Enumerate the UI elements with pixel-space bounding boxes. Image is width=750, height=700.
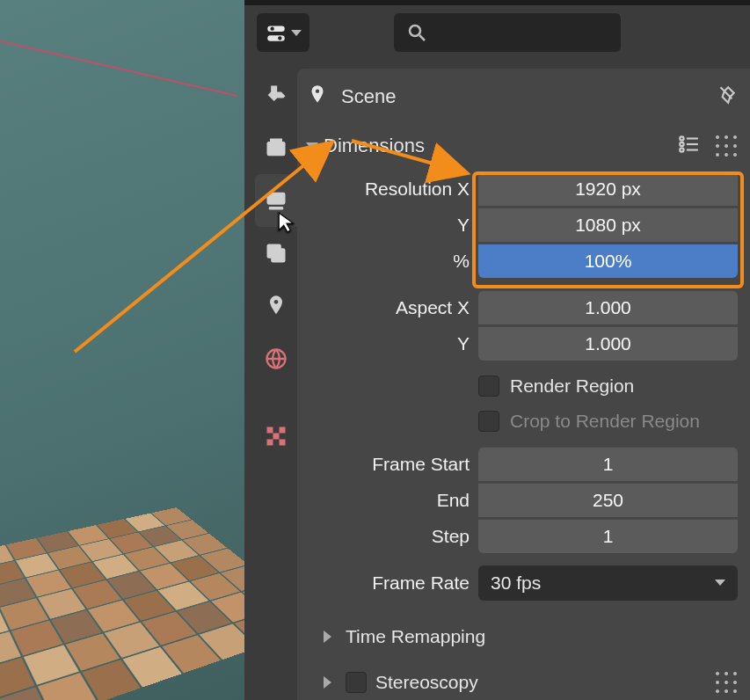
input-frame-end[interactable]: 250 <box>478 483 738 517</box>
tab-viewlayer[interactable] <box>255 227 297 280</box>
drag-handle-icon[interactable] <box>716 135 738 157</box>
section-dimensions-header[interactable]: Dimensions <box>306 128 738 164</box>
tab-world[interactable] <box>255 332 297 385</box>
svg-rect-15 <box>280 427 286 434</box>
label-frame-rate: Frame Rate <box>306 572 478 594</box>
label-aspect-x: Aspect X <box>306 297 478 318</box>
properties-tabs <box>255 69 297 463</box>
svg-point-4 <box>410 26 420 36</box>
svg-line-5 <box>419 35 425 40</box>
subsection-time-remapping[interactable]: Time Remapping <box>306 616 738 657</box>
properties-editor-icon <box>265 21 288 44</box>
label-aspect-y: Y <box>306 333 478 354</box>
input-aspect-y[interactable]: 1.000 <box>478 326 738 361</box>
tab-texture[interactable] <box>255 410 297 463</box>
tab-tool[interactable] <box>255 69 297 121</box>
svg-point-12 <box>274 300 279 304</box>
input-frame-step[interactable]: 1 <box>478 519 738 553</box>
editor-type-dropdown[interactable] <box>257 13 309 52</box>
search-input[interactable] <box>394 13 621 52</box>
tab-render[interactable] <box>255 121 297 174</box>
3d-viewport[interactable] <box>0 0 244 700</box>
svg-rect-7 <box>270 139 282 142</box>
properties-body: Scene Dimensions Resolution X 1920 px Y <box>297 69 750 700</box>
svg-rect-18 <box>280 440 286 446</box>
chevron-down-icon <box>291 30 302 36</box>
drag-handle-icon[interactable] <box>716 672 738 694</box>
tab-output[interactable] <box>255 174 297 227</box>
properties-panel: Scene Dimensions Resolution X 1920 px Y <box>244 0 750 700</box>
label-frame-start: Frame Start <box>306 454 478 475</box>
svg-rect-0 <box>267 26 285 32</box>
svg-point-2 <box>271 27 274 31</box>
svg-point-19 <box>316 89 319 92</box>
preset-list-button[interactable] <box>677 133 700 160</box>
label-render-region: Render Region <box>510 376 634 397</box>
input-frame-start[interactable]: 1 <box>478 447 738 481</box>
svg-rect-6 <box>267 142 286 156</box>
input-resolution-pct[interactable]: 100% <box>478 244 738 278</box>
label-crop-region: Crop to Render Region <box>510 411 700 432</box>
svg-rect-17 <box>267 440 273 446</box>
label-frame-end: End <box>306 490 478 511</box>
svg-point-3 <box>278 36 281 40</box>
axis-line <box>0 16 237 97</box>
panel-top-strip <box>244 0 750 5</box>
svg-rect-14 <box>267 427 273 434</box>
viewport-floor-mesh <box>0 507 244 700</box>
svg-point-20 <box>680 136 683 140</box>
disclosure-right-icon <box>324 676 331 689</box>
label-frame-step: Step <box>306 526 478 547</box>
label-resolution-pct: % <box>306 251 478 272</box>
checkbox-crop-region <box>478 411 499 432</box>
svg-rect-1 <box>267 35 285 41</box>
svg-rect-8 <box>267 193 286 205</box>
input-resolution-x[interactable]: 1920 px <box>478 171 738 206</box>
section-title: Dimensions <box>324 135 425 157</box>
disclosure-right-icon <box>324 631 331 643</box>
svg-point-24 <box>680 148 683 151</box>
input-aspect-x[interactable]: 1.000 <box>478 290 738 324</box>
svg-rect-11 <box>271 248 285 262</box>
scene-icon <box>306 84 329 111</box>
subsection-stereoscopy[interactable]: Stereoscopy <box>306 662 738 700</box>
chevron-down-icon <box>715 580 725 586</box>
input-resolution-y[interactable]: 1080 px <box>478 208 738 242</box>
select-frame-rate[interactable]: 30 fps <box>478 565 738 601</box>
tab-scene[interactable] <box>255 280 297 332</box>
select-frame-rate-value: 30 fps <box>491 572 541 594</box>
disclosure-down-icon <box>306 142 318 150</box>
search-icon <box>406 22 427 43</box>
label-resolution-y: Y <box>306 215 478 236</box>
context-title[interactable]: Scene <box>341 85 396 108</box>
subsection-title: Stereoscopy <box>375 672 478 693</box>
label-resolution-x: Resolution X <box>306 179 478 200</box>
svg-point-22 <box>680 142 683 145</box>
subsection-title: Time Remapping <box>346 626 485 647</box>
checkbox-stereoscopy[interactable] <box>346 672 367 693</box>
svg-rect-16 <box>273 434 280 440</box>
pin-button[interactable] <box>715 84 738 111</box>
svg-rect-9 <box>269 207 283 210</box>
checkbox-render-region[interactable] <box>478 376 499 397</box>
